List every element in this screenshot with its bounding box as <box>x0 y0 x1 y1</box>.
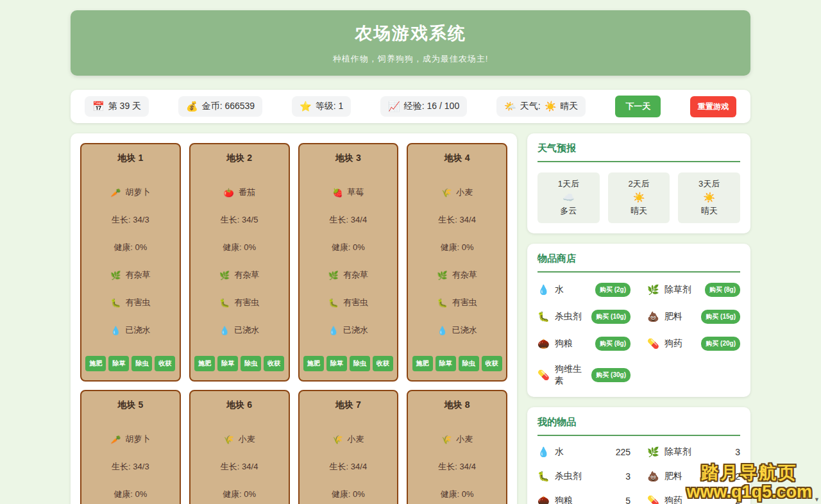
buy-button[interactable]: 购买 (2g) <box>595 283 631 297</box>
fertilize-button[interactable]: 施肥 <box>303 356 324 371</box>
plot-title: 地块 7 <box>335 399 361 411</box>
crop-label: 🍅 番茄 <box>224 187 255 198</box>
health-label: 健康: 0% <box>223 242 256 253</box>
weather-indicator: 🌤️ 天气: ☀️ 晴天 <box>496 96 586 117</box>
inventory-item-icon: 🌰 <box>537 495 550 504</box>
shop-item-name: 肥料 <box>664 311 682 323</box>
remove-pest-button[interactable]: 除虫 <box>241 356 261 371</box>
health-label: 健康: 0% <box>114 242 147 253</box>
growth-label: 生长: 34/4 <box>330 214 368 226</box>
plot-actions: 施肥 除草 除虫 收获 <box>303 356 393 371</box>
health-label: 健康: 0% <box>441 489 474 500</box>
remove-pest-button[interactable]: 除虫 <box>459 356 479 371</box>
plot-actions: 施肥 除草 除虫 收获 <box>85 356 175 371</box>
shop-item-icon: 💊 <box>537 369 550 381</box>
crop-name: 胡萝卜 <box>125 187 150 198</box>
buy-button[interactable]: 购买 (30g) <box>591 368 631 382</box>
weed-status: 🌿 有杂草 <box>219 269 259 281</box>
crop-name: 番茄 <box>239 187 255 198</box>
remove-weed-button[interactable]: 除草 <box>217 356 238 371</box>
weather-indicator-label: 天气: <box>520 101 541 112</box>
remove-pest-button[interactable]: 除虫 <box>350 356 370 371</box>
crop-icon: 🌾 <box>441 188 452 197</box>
exp-indicator-label: 经验: 16 / 100 <box>404 101 459 112</box>
money-bag-icon: 💰 <box>186 101 198 112</box>
harvest-button[interactable]: 收获 <box>155 356 175 371</box>
page-subtitle: 种植作物，饲养狗狗，成为最佳农场主! <box>333 53 489 65</box>
forecast-day-label: 2天后 <box>611 178 668 190</box>
crop-icon: 🥕 <box>110 435 121 444</box>
pest-status-label: 有害虫 <box>234 297 259 308</box>
star-icon: ⭐ <box>300 101 312 112</box>
shop-item-icon: 🌰 <box>537 338 550 349</box>
plot-card: 地块 2 🍅 番茄 生长: 34/5 健康: 0% 🌿 有杂草 🐛 <box>189 143 290 382</box>
crop-name: 胡萝卜 <box>125 433 150 445</box>
inventory-item-icon: 💧 <box>537 446 550 458</box>
day-counter-label: 第 39 天 <box>108 101 141 112</box>
droplet-icon: 💧 <box>328 326 339 335</box>
inventory-panel: 我的物品 💧 水 225 🌿 除草剂 3 <box>527 407 750 504</box>
buy-button[interactable]: 购买 (8g) <box>705 283 740 297</box>
bug-icon: 🐛 <box>219 298 230 308</box>
buy-button[interactable]: 购买 (15g) <box>701 310 740 324</box>
farm-plots-panel: 地块 1 🥕 胡萝卜 生长: 34/3 健康: 0% 🌿 有杂草 🐛 <box>71 133 517 504</box>
crop-label: 🥕 胡萝卜 <box>110 433 150 445</box>
shop-panel: 物品商店 💧 水 购买 (2g) 🌿 除草剂 购买 (8g) <box>527 244 750 397</box>
inventory-item: 🌿 除草剂 3 <box>647 446 740 458</box>
inventory-title: 我的物品 <box>537 416 740 436</box>
health-label: 健康: 0% <box>114 489 147 500</box>
plot-actions: 施肥 除草 除虫 收获 <box>194 356 284 371</box>
herb-icon: 🌿 <box>328 271 339 280</box>
inventory-item: 🐛 杀虫剂 3 <box>537 471 631 482</box>
scrollbar-down-arrow[interactable]: ▼ <box>814 496 820 503</box>
forecast-day-label: 3天后 <box>681 178 738 190</box>
buy-button[interactable]: 购买 (10g) <box>591 310 631 324</box>
page-container: 农场游戏系统 种植作物，饲养狗狗，成为最佳农场主! 📅 第 39 天 💰 金币:… <box>71 0 750 504</box>
plot-title: 地块 4 <box>444 153 470 164</box>
crop-label: 🌾 小麦 <box>441 433 473 445</box>
crop-label: 🌾 小麦 <box>441 187 473 198</box>
buy-button[interactable]: 购买 (20g) <box>701 337 740 351</box>
remove-weed-button[interactable]: 除草 <box>436 356 456 371</box>
weed-status: 🌿 有杂草 <box>437 269 477 281</box>
crop-label: 🌾 小麦 <box>332 433 364 445</box>
inventory-item-name: 狗粮 <box>555 495 573 504</box>
fertilize-button[interactable]: 施肥 <box>85 356 106 371</box>
health-label: 健康: 0% <box>441 242 474 253</box>
calendar-icon: 📅 <box>92 101 105 112</box>
harvest-button[interactable]: 收获 <box>264 356 284 371</box>
droplet-icon: 💧 <box>110 326 121 335</box>
crop-icon: 🍅 <box>224 188 234 197</box>
next-day-button[interactable]: 下一天 <box>615 96 661 117</box>
reset-game-button[interactable]: 重置游戏 <box>690 96 736 117</box>
remove-pest-button[interactable]: 除虫 <box>131 356 152 371</box>
health-label: 健康: 0% <box>332 242 365 253</box>
harvest-button[interactable]: 收获 <box>373 356 393 371</box>
plot-card: 地块 4 🌾 小麦 生长: 34/4 健康: 0% 🌿 有杂草 🐛 <box>407 143 507 382</box>
sun-behind-cloud-icon: 🌤️ <box>504 101 516 112</box>
water-status-label: 已浇水 <box>343 324 368 336</box>
crop-name: 小麦 <box>456 187 473 198</box>
level-indicator-label: 等级: 1 <box>316 101 344 112</box>
shop-item-name: 除草剂 <box>664 284 691 296</box>
shop-item-name: 水 <box>555 284 564 296</box>
harvest-button[interactable]: 收获 <box>482 356 502 371</box>
remove-weed-button[interactable]: 除草 <box>108 356 129 371</box>
shop-item-icon: 💧 <box>537 284 550 296</box>
plot-title: 地块 6 <box>226 399 252 411</box>
growth-label: 生长: 34/4 <box>438 461 476 473</box>
plot-title: 地块 8 <box>444 399 470 411</box>
crop-icon: 🌾 <box>224 435 234 444</box>
fertilize-button[interactable]: 施肥 <box>412 356 433 371</box>
day-counter: 📅 第 39 天 <box>85 96 149 117</box>
pest-status-label: 有害虫 <box>452 297 477 308</box>
remove-weed-button[interactable]: 除草 <box>326 356 347 371</box>
plot-title: 地块 2 <box>226 153 252 164</box>
water-status-label: 已浇水 <box>234 324 259 336</box>
fertilize-button[interactable]: 施肥 <box>194 356 215 371</box>
water-status: 💧 已浇水 <box>328 324 368 336</box>
plot-actions: 施肥 除草 除虫 收获 <box>412 356 502 371</box>
shop-item: 💧 水 购买 (2g) <box>537 283 631 297</box>
growth-label: 生长: 34/4 <box>438 214 476 226</box>
buy-button[interactable]: 购买 (8g) <box>595 337 631 351</box>
